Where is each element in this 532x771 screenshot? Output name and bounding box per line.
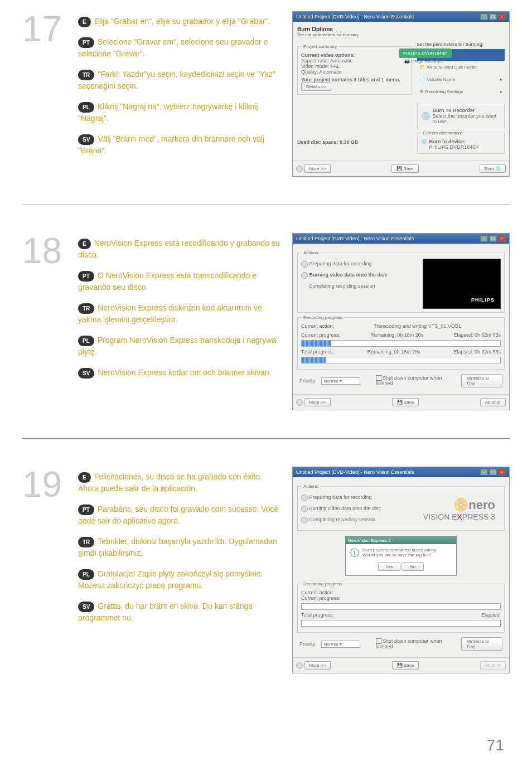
abort-button: Abort ⊘ [480,661,506,670]
window-title: Untitled Project [DVD-Video] - Nero Visi… [296,469,414,475]
more-button[interactable]: More >> [304,398,331,406]
help-icon[interactable] [296,166,303,172]
priority-label: Priority: [299,378,317,384]
lang-badge: SV [78,602,94,612]
shutdown-checkbox[interactable] [376,375,381,381]
step-18: 18 ENeroVision Express está recodificand… [0,222,532,421]
instructions-17: EElija "Grabar en", elija su grabador y … [78,11,281,166]
divider [22,438,510,439]
minimize-tray-button[interactable]: Minimize to Tray [461,637,502,651]
lang-pl: PLKliknij "Nagraj na", wybierz nagrywark… [78,101,281,124]
maximize-button[interactable]: □ [489,13,497,20]
project-summary-panel: Project summary Current video options: A… [297,44,412,95]
more-button[interactable]: More >> [304,164,331,173]
more-button[interactable]: More >> [304,661,331,670]
lang-e: EFelicitaciones, su disco se ha grabado … [78,471,281,494]
minimize-tray-button[interactable]: Minimize to Tray [461,374,502,387]
titlebar: Untitled Project [DVD-Video] - Nero Visi… [293,467,509,477]
project-contains: Your project contains 3 titles and 1 men… [301,77,408,83]
window-title: Untitled Project [DVD-Video] - Nero Visi… [296,236,414,241]
window-title: Untitled Project [DVD-Video] - Nero Visi… [296,14,414,20]
step-number: 18 [22,233,67,269]
actions-panel: Actions: Preparing data for recording Bu… [297,484,505,531]
lang-text: NeroVision Express está recodificando y … [78,239,280,259]
actions-legend: Actions: [301,484,321,489]
lang-tr: TRNeroVision Express diskinizin kod akta… [78,302,281,326]
maximize-button[interactable]: □ [489,235,497,242]
lang-pt: PTSelecione "Gravar em", selecione seu g… [78,36,281,60]
details-button[interactable]: Details >> [301,83,331,91]
lang-badge: TR [78,70,94,80]
recording-progress-panel: Recording progress Current action: Curre… [297,581,505,633]
lang-text: Elija "Grabar en", elija su grabador y e… [94,17,270,26]
titlebar: Untitled Project [DVD-Video] - Nero Visi… [293,12,509,22]
yes-button[interactable]: Yes [378,563,400,571]
lang-text: O NeroVision Express está transcodifican… [78,271,257,292]
recording-settings-item[interactable]: ⚙ Recording Settings ▸ [417,86,505,98]
window-footer: More >> 💾 Save Burn 💿 [293,161,509,176]
recorder-option-2[interactable]: 📷 Image Recorder [404,59,443,64]
nero-logo-text: 📀nero [423,498,495,512]
lang-badge: PL [78,102,94,113]
priority-dropdown[interactable]: Normal ▾ [321,377,360,385]
current-action-label: Current action: [301,590,501,595]
lang-text: Felicitaciones, su disco se ha grabado c… [78,472,262,493]
minimize-button[interactable]: - [480,13,488,20]
current-destination-panel: Current destination: 💿Burn to device:PHI… [417,130,505,154]
device-name: PHILIPS DVDR1640P [429,144,479,150]
video-mode: Video mode: PAL [301,64,408,69]
current-progress-label: Current progress: [301,332,340,338]
close-button[interactable]: × [498,469,506,476]
volume-name-item[interactable]: 📄 Volume Name ▸ [417,74,505,86]
abort-button[interactable]: Abort ⊘ [480,398,506,406]
priority-dropdown[interactable]: Normal ▾ [321,641,360,648]
lang-badge: PT [78,37,94,48]
lang-text: Parabéns, seu disco foi gravado com suce… [78,505,278,525]
lang-pt: PTParabéns, seu disco foi gravado com su… [78,503,281,527]
lang-badge: TR [78,303,94,314]
philips-logo: PHILIPS [471,297,495,303]
save-button[interactable]: 💾 Save [392,661,419,670]
burn-to-device: Burn to device: [429,139,479,144]
burn-options-sub: Set the parameters for burning. [297,32,505,37]
save-button[interactable]: 💾 Save [391,164,418,173]
lang-text: Program NeroVision Express transkoduje i… [78,336,276,356]
dialog-title: NeroVision Express 3 [346,537,456,544]
recorder-option-1[interactable]: PHILIPS DVDR1640P [399,49,452,58]
page-number: 71 [487,736,504,754]
close-button[interactable]: × [498,13,506,20]
lang-sv: SVGrattis, du har bränt en skiva. Du kan… [78,600,281,624]
screenshot-18: Untitled Project [DVD-Video] - Nero Visi… [292,233,510,410]
lang-sv: SVNeroVision Express kodar om och bränne… [78,367,281,379]
lang-badge: PL [78,336,94,346]
instructions-18: ENeroVision Express está recodificando y… [78,233,281,387]
burn-recorder-sub: Select the recorder you want to use. [433,113,501,124]
help-icon[interactable] [296,662,303,669]
help-icon[interactable] [296,399,303,406]
priority-label: Priority: [299,641,317,647]
save-button[interactable]: 💾 Save [392,398,419,406]
lang-tr: TR"Farklı Yazdır"yu seçin, kaydedicinizi… [78,69,281,92]
lang-text: Grattis, du har bränt en skiva. Du kan s… [78,602,253,622]
no-button[interactable]: No [402,563,424,571]
screenshot-17: Untitled Project [DVD-Video] - Nero Visi… [292,11,510,177]
minimize-button[interactable]: - [480,235,488,242]
burn-options-header: Burn Options [297,26,505,32]
video-preview: PHILIPS [423,259,501,309]
action-1: Preparing data for recording [301,259,423,270]
maximize-button[interactable]: □ [489,469,497,476]
titlebar-buttons: - □ × [480,235,506,242]
success-dialog: NeroVision Express 3 ⓘ Burn process comp… [345,536,457,576]
screenshot-19: Untitled Project [DVD-Video] - Nero Visi… [292,467,510,673]
shutdown-checkbox[interactable] [376,638,381,644]
minimize-button[interactable]: - [480,469,488,476]
close-button[interactable]: × [498,235,506,242]
current-action-label: Current action: [301,323,334,329]
status-icon [301,494,308,501]
total-progress-label: Total progress: [301,349,334,355]
lang-text: Välj "Bränn med", markera din brännare o… [78,134,264,155]
recording-progress-legend: Recording progress [301,581,345,586]
window-body: Burn Options Set the parameters for burn… [293,22,509,161]
burn-button[interactable]: Burn 💿 [480,164,506,173]
lang-text: Gratulacje! Zapis płyty zakończył się po… [78,569,263,590]
